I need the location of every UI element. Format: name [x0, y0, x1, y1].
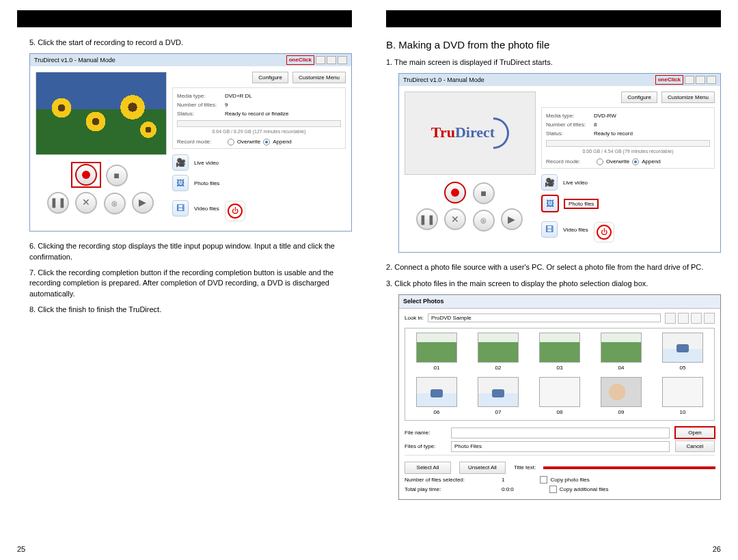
photo-files-icon[interactable]: 🖼: [172, 175, 189, 191]
up-icon[interactable]: [678, 313, 689, 324]
info-panel: Configure Customize Menu Media type:DVD+…: [172, 72, 346, 226]
max-icon[interactable]: [327, 56, 336, 64]
photo-files-icon[interactable]: 🖼: [541, 195, 559, 212]
thumb[interactable]: 02: [471, 333, 525, 372]
customize-menu-button[interactable]: Customize Menu: [292, 72, 346, 83]
view-icon[interactable]: [704, 313, 715, 324]
help-link[interactable]: oneClick: [655, 75, 683, 84]
append-radio[interactable]: [632, 158, 639, 165]
step-3: 3. Click photo files in the main screen …: [386, 279, 721, 289]
step-8: 8. Click the finish to finish the TruDir…: [17, 305, 352, 315]
screenshot-select-photos: Select Photos Look in: 01 02 03 04 05 06…: [398, 294, 721, 500]
thumbnail-grid: 01 02 03 04 05 06 07 08 09 10: [405, 328, 715, 421]
power-button[interactable]: ⏻: [225, 201, 245, 221]
close-icon[interactable]: [707, 76, 716, 84]
cancel-button[interactable]: ✕: [444, 208, 466, 230]
cancel-dialog-button[interactable]: Cancel: [675, 440, 715, 452]
file-name-label: File name:: [405, 429, 446, 436]
app-title-text: TruDirect v1.0 - Manual Mode: [403, 76, 484, 85]
record-button-highlight: [71, 162, 101, 188]
photo-files-label-highlight: Photo files: [564, 199, 598, 208]
min-icon[interactable]: [316, 56, 325, 64]
preview-pane: TruDirect ■ ❚❚ ✕ ◎ ▶: [405, 92, 534, 247]
capacity-bar: [546, 140, 710, 147]
app-titlebar: TruDirect v1.0 - Manual Mode oneClick: [399, 74, 720, 85]
help-link[interactable]: oneClick: [286, 55, 314, 64]
thumb[interactable]: 04: [594, 333, 648, 372]
power-button[interactable]: ⏻: [594, 222, 614, 242]
new-folder-icon[interactable]: [691, 313, 702, 324]
dialog-title: Select Photos: [399, 295, 720, 309]
section-heading: B. Making a DVD from the photo file: [386, 38, 721, 52]
preview-sunflowers: [36, 72, 167, 155]
step-2: 2. Connect a photo file source with a us…: [386, 262, 721, 272]
select-all-button[interactable]: Select All: [405, 462, 451, 473]
app-titlebar: TruDirect v1.0 - Manual Mode oneClick: [30, 54, 351, 66]
stop-button[interactable]: ■: [473, 182, 495, 204]
preview-logo: TruDirect: [405, 92, 536, 175]
record-button[interactable]: [444, 182, 466, 204]
info-panel: Configure Customize Menu Media type:DVD-…: [541, 92, 715, 247]
arc-icon: [493, 117, 509, 149]
copy-photo-checkbox[interactable]: [540, 476, 547, 484]
finalize-button[interactable]: ◎: [473, 210, 495, 232]
thumb[interactable]: 10: [655, 377, 710, 416]
step-7: 7. Click the recording completion button…: [17, 268, 352, 299]
page-26: B. Making a DVD from the photo file 1. T…: [369, 0, 738, 560]
thumb[interactable]: 06: [409, 377, 464, 416]
overwrite-radio[interactable]: [597, 158, 603, 165]
overwrite-radio[interactable]: [228, 139, 234, 145]
back-icon[interactable]: [665, 313, 676, 324]
preview-pane: ■ ❚❚ ✕ ◎ ▶: [36, 72, 165, 226]
thumb[interactable]: 08: [532, 377, 587, 416]
page-25: 5. Click the start of recording to recor…: [0, 0, 369, 560]
title-text-label: Title text:: [514, 464, 536, 471]
capacity-bar: [177, 120, 341, 127]
live-video-icon[interactable]: 🎥: [541, 174, 558, 191]
step-6: 6. Clicking the recording stop displays …: [17, 241, 352, 262]
page-number: 26: [713, 544, 721, 555]
live-video-icon[interactable]: 🎥: [172, 154, 189, 171]
pause-button[interactable]: ❚❚: [47, 192, 69, 214]
page-header-bar: [17, 10, 352, 27]
unselect-all-button[interactable]: Unselect All: [459, 462, 506, 473]
cancel-button[interactable]: ✕: [75, 192, 97, 214]
pause-button[interactable]: ❚❚: [416, 208, 438, 230]
record-button[interactable]: [75, 164, 97, 186]
page-header-bar: [386, 10, 721, 27]
stop-button[interactable]: ■: [106, 165, 128, 186]
play-button[interactable]: ▶: [132, 192, 154, 214]
files-type-field[interactable]: Photo Files: [451, 441, 670, 452]
copy-additional-checkbox[interactable]: [549, 486, 557, 493]
play-button[interactable]: ▶: [501, 208, 523, 230]
max-icon[interactable]: [696, 76, 705, 84]
configure-button[interactable]: Configure: [252, 72, 288, 83]
file-name-field[interactable]: [451, 428, 670, 438]
thumb[interactable]: 05: [655, 333, 710, 372]
page-number: 25: [17, 544, 25, 555]
screenshot-record: TruDirect v1.0 - Manual Mode oneClick: [29, 53, 352, 232]
thumb[interactable]: 07: [471, 377, 525, 416]
step-1: 1. The main screen is displayed if TruDi…: [386, 57, 721, 68]
files-type-label: Files of type:: [405, 443, 446, 450]
customize-menu-button[interactable]: Customize Menu: [661, 92, 715, 103]
screenshot-main: TruDirect v1.0 - Manual Mode oneClick Tr…: [398, 73, 721, 253]
thumb[interactable]: 09: [594, 377, 648, 416]
finalize-button[interactable]: ◎: [104, 193, 126, 214]
look-in-label: Look in:: [405, 314, 424, 322]
close-icon[interactable]: [338, 56, 347, 64]
append-radio[interactable]: [263, 139, 270, 145]
video-files-icon[interactable]: 🎞: [172, 200, 189, 216]
video-files-icon[interactable]: 🎞: [541, 221, 558, 238]
min-icon[interactable]: [685, 76, 694, 84]
open-button[interactable]: Open: [675, 427, 715, 438]
look-in-field[interactable]: [428, 313, 661, 322]
app-title-text: TruDirect v1.0 - Manual Mode: [34, 56, 115, 65]
thumb[interactable]: 01: [409, 333, 464, 372]
thumb[interactable]: 03: [532, 333, 587, 372]
step-5: 5. Click the start of recording to recor…: [17, 38, 352, 48]
configure-button[interactable]: Configure: [621, 92, 657, 103]
